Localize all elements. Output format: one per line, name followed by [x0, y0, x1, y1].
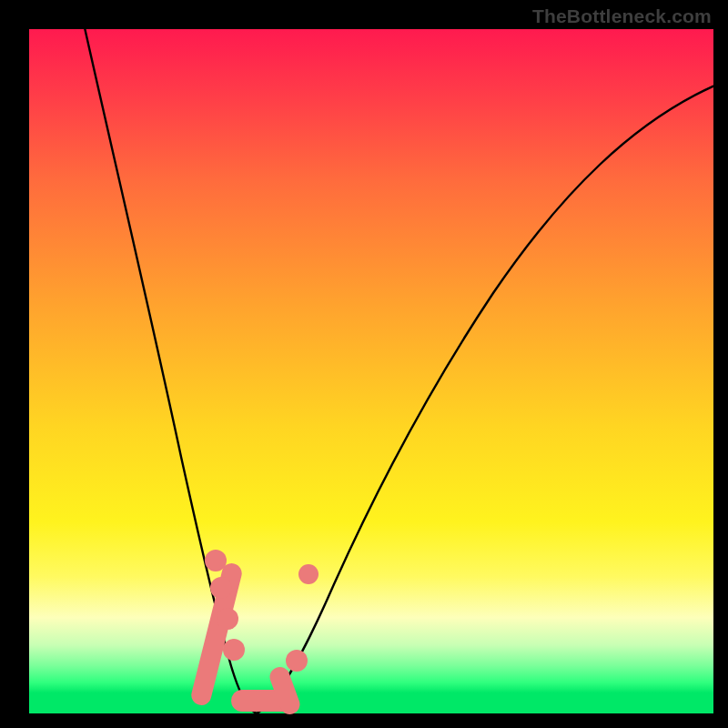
marker-dot: [205, 550, 227, 571]
marker-dot: [210, 577, 232, 599]
plot-area: [29, 29, 713, 713]
chart-frame: TheBottleneck.com: [0, 0, 728, 728]
marker-dot: [223, 639, 245, 661]
curve-layer: [29, 29, 713, 713]
marker-dot-outlier: [298, 564, 318, 584]
marker-dot: [217, 608, 238, 630]
right-curve: [257, 84, 713, 713]
watermark-text: TheBottleneck.com: [532, 5, 712, 27]
marker-dot: [286, 650, 308, 672]
